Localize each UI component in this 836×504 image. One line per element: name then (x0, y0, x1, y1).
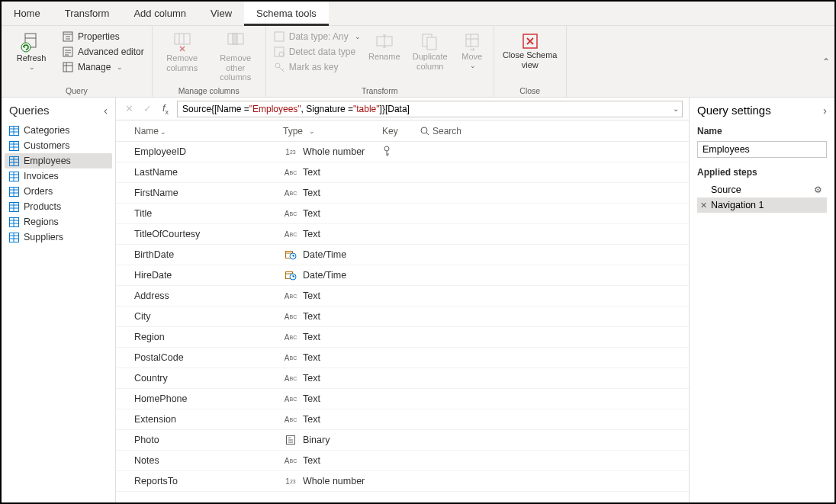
col-header-name[interactable]: Name (134, 126, 159, 136)
schema-row[interactable]: RegionABCText (116, 327, 689, 348)
schema-row[interactable]: TitleABCText (116, 204, 689, 224)
advanced-editor-button[interactable]: Advanced editor (59, 44, 147, 59)
remove-other-columns-button[interactable]: Remove other columns (211, 29, 261, 85)
schema-row[interactable]: FirstNameABCText (116, 183, 689, 204)
schema-row[interactable]: ExtensionABCText (116, 409, 689, 430)
ribbon-group-manage-columns: Remove columns Remove other columns Mana… (153, 26, 266, 97)
schema-row[interactable]: ReportsTo123Whole number (116, 471, 689, 492)
group-label-manage-columns: Manage columns (157, 85, 261, 97)
remove-other-icon (225, 32, 246, 53)
column-name: FirstName (134, 188, 283, 198)
query-item-categories[interactable]: Categories (5, 123, 112, 138)
move-button[interactable]: Move ⌄ (455, 29, 489, 85)
column-type: Date/Time (283, 270, 382, 281)
delete-step-button[interactable]: ✕ (700, 201, 707, 210)
query-item-label: Employees (24, 156, 71, 166)
schema-row[interactable]: NotesABCText (116, 451, 689, 471)
table-icon (9, 156, 19, 166)
column-type: ABCText (283, 188, 382, 198)
query-item-label: Invoices (24, 171, 59, 181)
ribbon-group-close: Close Schema view Close (494, 26, 567, 97)
column-name: Extension (134, 414, 283, 425)
column-type: ABCText (283, 229, 382, 239)
table-icon (9, 187, 19, 197)
mark-key-button[interactable]: Mark as key (271, 59, 361, 75)
cancel-formula-button[interactable]: ✕ (122, 103, 136, 114)
query-item-products[interactable]: Products (5, 199, 112, 214)
collapse-queries-button[interactable]: ‹ (104, 104, 108, 117)
query-item-invoices[interactable]: Invoices (5, 169, 112, 184)
tab-add-column[interactable]: Add column (121, 2, 198, 25)
schema-row[interactable]: HomePhoneABCText (116, 389, 689, 409)
svg-point-26 (384, 146, 389, 151)
tab-transform[interactable]: Transform (53, 2, 122, 25)
text-icon: ABC (283, 354, 298, 362)
whole-number-icon: 123 (283, 477, 298, 486)
move-label: Move (461, 52, 482, 62)
schema-row[interactable]: PhotoBinary (116, 430, 689, 451)
refresh-button[interactable]: Refresh ⌄ (6, 29, 56, 85)
svg-rect-14 (427, 37, 436, 50)
duplicate-button[interactable]: Duplicate column (408, 29, 452, 85)
column-name: Region (134, 332, 283, 342)
data-type-button[interactable]: Data type: Any ⌄ (271, 29, 361, 44)
query-item-suppliers[interactable]: Suppliers (5, 230, 112, 245)
schema-row[interactable]: AddressABCText (116, 286, 689, 307)
detect-type-button[interactable]: Detect data type (271, 44, 361, 59)
key-icon (274, 62, 285, 72)
manage-button[interactable]: Manage ⌄ (59, 59, 147, 75)
close-schema-button[interactable]: Close Schema view (499, 29, 561, 85)
fx-icon[interactable]: fx (159, 102, 172, 116)
column-name: PostalCode (134, 352, 283, 363)
column-name: City (134, 311, 283, 322)
column-type: ABCText (283, 208, 382, 219)
remove-columns-icon (172, 32, 193, 53)
column-name: LastName (134, 167, 283, 178)
tab-schema-tools[interactable]: Schema tools (244, 2, 329, 26)
schema-row[interactable]: BirthDateDate/Time (116, 245, 689, 265)
ribbon-collapse-button[interactable]: ⌃ (822, 56, 830, 67)
duplicate-label: Duplicate column (408, 52, 452, 71)
step-source[interactable]: Source⚙ (697, 182, 827, 197)
schema-row[interactable]: CityABCText (116, 307, 689, 327)
query-item-orders[interactable]: Orders (5, 184, 112, 199)
schema-rows[interactable]: EmployeeID123Whole numberLastNameABCText… (116, 142, 689, 502)
col-header-type[interactable]: Type (283, 126, 303, 136)
text-icon: ABC (283, 230, 298, 239)
binary-icon (283, 435, 298, 445)
steps-label: Applied steps (697, 167, 827, 178)
properties-label: Properties (78, 31, 120, 42)
formula-input[interactable]: Source{[Name = "Employees", Signature = … (177, 101, 683, 117)
gear-icon[interactable]: ⚙ (814, 185, 822, 195)
text-icon: ABC (283, 313, 298, 321)
query-item-regions[interactable]: Regions (5, 214, 112, 230)
schema-row[interactable]: TitleOfCourtesyABCText (116, 224, 689, 245)
schema-row[interactable]: CountryABCText (116, 368, 689, 389)
schema-row[interactable]: HireDateDate/Time (116, 265, 689, 286)
step-navigation-1[interactable]: ✕Navigation 1 (697, 197, 827, 213)
formula-text: ]}[Data] (380, 104, 410, 114)
schema-row[interactable]: LastNameABCText (116, 162, 689, 183)
text-icon: ABC (283, 457, 298, 465)
step-label: Source (711, 185, 741, 195)
search-input[interactable]: Search (432, 126, 461, 136)
commit-formula-button[interactable]: ✓ (140, 103, 154, 114)
schema-row[interactable]: PostalCodeABCText (116, 348, 689, 368)
query-item-customers[interactable]: Customers (5, 138, 112, 153)
formula-expand-button[interactable]: ⌄ (673, 104, 679, 113)
datetime-icon (283, 250, 298, 259)
remove-columns-button[interactable]: Remove columns (157, 29, 207, 85)
column-type: 123Whole number (283, 476, 382, 486)
tab-home[interactable]: Home (2, 2, 53, 25)
rename-button[interactable]: Rename (364, 29, 405, 85)
column-type: ABCText (283, 291, 382, 301)
collapse-settings-button[interactable]: › (823, 104, 827, 117)
group-label-close: Close (499, 85, 561, 97)
rename-label: Rename (368, 52, 400, 62)
chevron-down-icon: ⌄ (117, 63, 123, 71)
query-item-employees[interactable]: Employees (5, 153, 112, 169)
schema-row[interactable]: EmployeeID123Whole number (116, 142, 689, 162)
query-name-input[interactable] (697, 141, 827, 158)
tab-view[interactable]: View (198, 2, 244, 25)
properties-button[interactable]: Properties (59, 29, 147, 44)
